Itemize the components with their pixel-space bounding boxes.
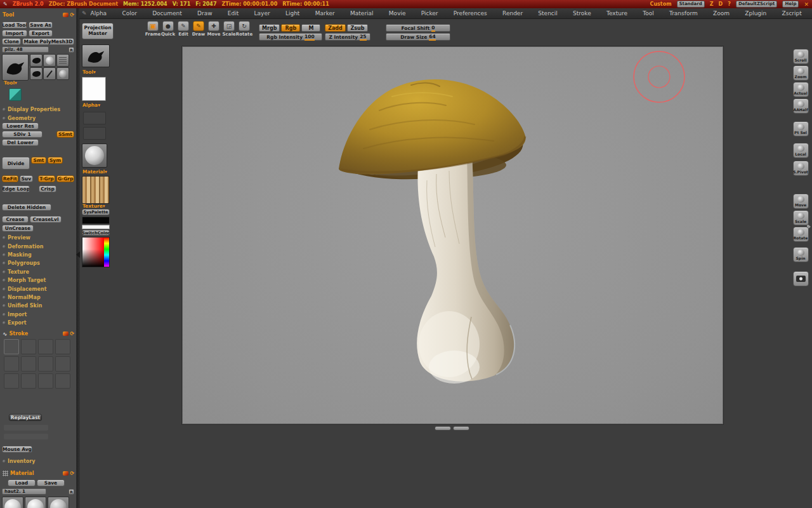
secondary-color-swatch[interactable]: [82, 225, 110, 229]
current-tool-tray-thumbnail[interactable]: [82, 44, 110, 67]
menu-item[interactable]: Zplugin: [743, 10, 768, 17]
help-question-button[interactable]: ?: [728, 1, 731, 7]
shelf-button[interactable]: Rotate: [793, 227, 809, 242]
divide-button[interactable]: Divide: [2, 157, 30, 170]
stroke-type-thumbnail[interactable]: [4, 373, 19, 389]
shelf-button[interactable]: Move: [793, 194, 809, 209]
mode-button[interactable]: ◲ Scale: [223, 21, 235, 37]
menu-item[interactable]: Movie: [388, 10, 407, 17]
sdiv-slider[interactable]: SDiv 1: [2, 131, 43, 138]
shelf-button[interactable]: S.Pivot: [793, 161, 809, 176]
suv-button[interactable]: Suv: [20, 175, 33, 182]
material-load-button[interactable]: Load: [8, 479, 36, 486]
del-lower-button[interactable]: Del Lower: [2, 139, 39, 146]
menu-item[interactable]: Zscript: [781, 10, 803, 17]
tool-subpalette-header[interactable]: Morph Target: [0, 276, 76, 284]
paint-mode-button[interactable]: Mrgb: [259, 24, 280, 32]
paint-mode-button[interactable]: M: [301, 24, 320, 32]
rgb-intensity-slider[interactable]: Rgb Intensity 100: [259, 33, 322, 41]
shelf-button[interactable]: [793, 271, 809, 286]
uncrease-button[interactable]: UnCrease: [2, 225, 34, 232]
stroke-type-thumbnail[interactable]: [55, 339, 70, 354]
menu-item[interactable]: Stroke: [572, 10, 593, 17]
sym-button[interactable]: Sym: [48, 157, 63, 164]
sculpt-mode-button[interactable]: Zadd: [325, 24, 346, 32]
shelf-button[interactable]: Actual: [793, 82, 809, 97]
geometry-header[interactable]: Geometry: [0, 114, 76, 123]
horizontal-scrollbar-handle[interactable]: [435, 426, 451, 431]
stroke-type-thumbnail[interactable]: [21, 373, 36, 389]
stroke-type-thumbnail[interactable]: [21, 339, 36, 354]
menu-item[interactable]: Document: [151, 10, 183, 17]
shelf-button[interactable]: Spin: [793, 247, 809, 262]
tool-subpalette-header[interactable]: Texture: [0, 268, 76, 276]
current-alpha-thumbnail[interactable]: [82, 77, 106, 101]
crisp-button[interactable]: Crisp: [39, 185, 56, 192]
material-save-button[interactable]: Save: [37, 479, 65, 486]
tool-subpalette-header[interactable]: Preview: [0, 234, 76, 242]
d-button[interactable]: D: [719, 1, 723, 7]
menu-item[interactable]: Draw: [196, 10, 214, 17]
main-color-swatch[interactable]: [82, 217, 110, 224]
mode-button[interactable]: ● Quick: [162, 21, 174, 37]
tool-slot-thumbnail[interactable]: [43, 54, 56, 67]
current-material-thumbnail[interactable]: [82, 144, 107, 168]
stroke-type-thumbnail[interactable]: [4, 339, 19, 354]
mouse-avg-slider[interactable]: Mouse Avg: [2, 446, 32, 453]
menu-item[interactable]: Preferences: [452, 10, 488, 17]
display-properties-header[interactable]: Display Properties: [0, 105, 76, 114]
menu-item[interactable]: Transform: [668, 10, 699, 17]
menu-item[interactable]: Edit: [226, 10, 240, 17]
tgrp-button[interactable]: T-Grp: [38, 175, 56, 182]
tool-subpalette-header[interactable]: Polygroups: [0, 259, 76, 267]
menu-item[interactable]: Color: [121, 10, 138, 17]
menu-item[interactable]: Alpha: [89, 10, 108, 17]
delete-hidden-button[interactable]: Delete Hidden: [2, 204, 51, 211]
default-zscript-button[interactable]: DefaultZScript: [736, 1, 778, 8]
inventory-header[interactable]: Inventory: [0, 457, 76, 465]
stroke-type-thumbnail[interactable]: [21, 356, 36, 371]
sculpt-mode-button[interactable]: Zsub: [347, 24, 368, 32]
color-picker[interactable]: [82, 237, 110, 267]
tool-subpalette-header[interactable]: Masking: [0, 251, 76, 259]
material-palette-header[interactable]: Material ⟳: [0, 469, 76, 478]
lower-res-button[interactable]: Lower Res: [2, 123, 39, 130]
tool-slot-thumbnail[interactable]: [30, 67, 43, 80]
help-button[interactable]: Help: [782, 1, 799, 8]
current-texture-thumbnail[interactable]: [82, 176, 110, 204]
paint-mode-button[interactable]: Rgb: [281, 24, 300, 32]
menu-item[interactable]: Render: [501, 10, 524, 17]
sys-palette-button[interactable]: SysPalette: [82, 209, 110, 215]
shelf-button[interactable]: Local: [793, 143, 809, 158]
palette-restore-icon[interactable]: ⟳: [70, 13, 74, 18]
shelf-button[interactable]: Zoom: [793, 65, 809, 81]
mode-button[interactable]: ▣ Frame: [147, 21, 159, 37]
save-as-button[interactable]: Save As: [29, 22, 53, 29]
clone-button[interactable]: Clone: [2, 38, 21, 45]
mode-button[interactable]: ✎ Edit: [177, 21, 190, 37]
tool-slot-thumbnail[interactable]: [56, 54, 69, 67]
tool-subpalette-header[interactable]: Export: [0, 319, 76, 327]
horizontal-scrollbar-handle[interactable]: [453, 426, 469, 431]
crease-button[interactable]: Crease: [2, 216, 29, 223]
crease-lvl-slider[interactable]: CreaseLvl: [30, 216, 62, 223]
refit-button[interactable]: ReFit: [2, 175, 18, 182]
tool-dropdown[interactable]: Tool▾: [0, 80, 76, 86]
tray-texture-dropdown[interactable]: Texture▾: [80, 203, 105, 209]
mode-button[interactable]: ↻ Rotate: [238, 21, 251, 37]
mode-button[interactable]: ✚ Move: [207, 21, 220, 37]
tray-toggle-icon[interactable]: [76, 251, 80, 258]
restore-config-button[interactable]: R: [69, 489, 74, 495]
close-icon[interactable]: ✕: [804, 1, 809, 8]
stroke-type-thumbnail[interactable]: [4, 356, 19, 371]
active-3d-tool-icon[interactable]: [9, 88, 22, 101]
projection-master-button[interactable]: Projection Master: [82, 23, 114, 39]
stroke-type-thumbnail[interactable]: [38, 339, 53, 354]
menu-item[interactable]: Light: [284, 10, 301, 17]
menu-item[interactable]: Texture: [605, 10, 629, 17]
material-thumbnail[interactable]: [48, 497, 69, 508]
focal-shift-slider[interactable]: Focal Shift 0: [386, 24, 450, 32]
tool-subpalette-header[interactable]: Unified Skin: [0, 302, 76, 310]
replay-last-button[interactable]: ReplayLast: [9, 414, 42, 421]
stroke-palette-header[interactable]: ∿ Stroke ⟳: [0, 330, 76, 338]
